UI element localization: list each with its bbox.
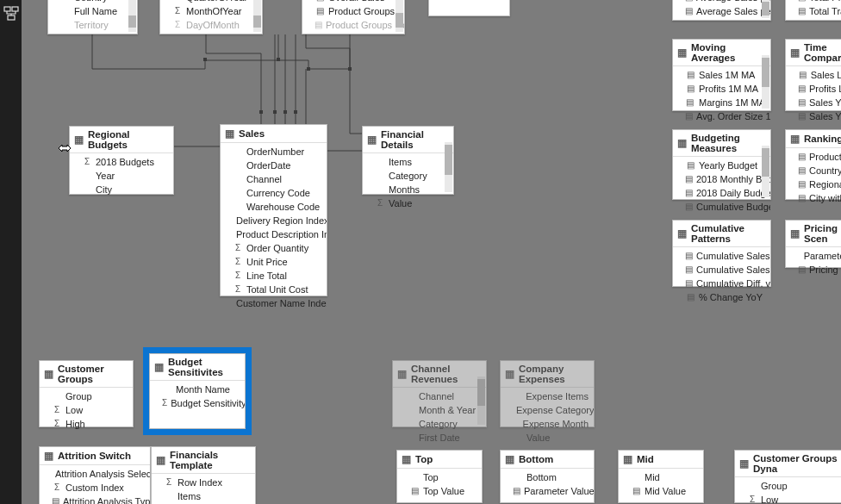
table-header[interactable]: ▦Moving Averages — [673, 40, 770, 66]
field[interactable]: Month & Year — [393, 403, 486, 417]
field[interactable]: Channel — [221, 172, 327, 186]
field[interactable]: Channel — [393, 389, 486, 403]
field[interactable]: ▤Avg. Order Size 1M M — [673, 109, 770, 123]
table-mid[interactable]: ▦Mid Mid ▤Mid Value — [618, 450, 704, 503]
table-header[interactable]: ▦Bottom — [501, 451, 594, 469]
table-header[interactable]: ▦Cumulative Patterns — [673, 221, 770, 247]
field[interactable]: Value — [501, 431, 594, 445]
table-top[interactable]: ▦Top Top ▤Top Value — [396, 450, 483, 503]
table-header[interactable]: ▦Mid — [619, 451, 703, 469]
table-header[interactable]: ▦Customer Groups — [40, 361, 133, 388]
table-header[interactable]: ▦Sales — [221, 125, 327, 143]
table-header[interactable]: ▦Ranking — [786, 130, 841, 148]
field[interactable]: ▤Mid Value — [619, 484, 703, 498]
field[interactable]: ΣCustom Index — [40, 481, 150, 495]
table-sales[interactable]: ▦Sales OrderNumber OrderDate Channel Cur… — [220, 124, 327, 296]
field[interactable]: ▤Attrition Analysis Type — [40, 495, 150, 504]
field[interactable]: ▤Total Transa — [786, 4, 841, 18]
scrollbar[interactable] — [396, 0, 403, 32]
table-financial-details[interactable]: ▦Financial Details Items Category Months… — [362, 126, 454, 195]
table-header[interactable]: ▦Customer Groups Dyna — [735, 451, 841, 477]
field[interactable]: ▤% Change YoY — [673, 290, 770, 304]
table-budget-sensitivities[interactable]: ▦Budget Sensitivites Month Name ΣBudget … — [149, 353, 246, 429]
field[interactable]: Expense Month — [501, 417, 594, 431]
field[interactable]: ▤Cumulative Sales — [673, 249, 770, 263]
field[interactable]: ▤Sales 1M MA — [673, 68, 770, 82]
field[interactable]: ΣTotal Unit Cost — [221, 283, 327, 296]
scrollbar[interactable] — [445, 142, 452, 192]
field[interactable]: ΣUnit Price — [221, 255, 327, 269]
field[interactable]: ▤Cumulative Budgets — [673, 200, 770, 214]
field[interactable]: ΣDayOfMonth — [160, 18, 262, 32]
field[interactable]: ▤Product Sal — [786, 150, 841, 164]
field[interactable]: Group — [735, 479, 841, 493]
field[interactable]: ▤2018 Daily Budgets — [673, 186, 770, 200]
table-header[interactable]: ▦Financials Template — [152, 447, 255, 474]
table-ranking[interactable]: ▦Ranking ▤Product Sal ▤Country Sal ▤Regi… — [785, 129, 841, 200]
field[interactable]: Attrition Analysis Select — [40, 467, 150, 481]
field[interactable]: City — [70, 183, 173, 196]
field[interactable]: OrderDate — [221, 159, 327, 172]
scrollbar[interactable] — [762, 0, 769, 18]
table-products[interactable]: ▤Overall Sales ▤Product Groups ▤Product … — [302, 0, 405, 34]
table-header[interactable]: ▦Pricing Scen — [786, 221, 841, 247]
field[interactable]: ▤Sales Year to — [786, 109, 841, 123]
field[interactable]: ΣLow — [735, 493, 841, 504]
field[interactable]: ▤Regional Sa — [786, 177, 841, 191]
field[interactable]: ΣLine Total — [221, 269, 327, 283]
field[interactable]: Product Description Index — [221, 227, 327, 241]
field[interactable]: Category — [363, 169, 453, 183]
table-header[interactable]: ▦Attrition Switch — [40, 447, 150, 465]
field[interactable]: ▤Sales Year to — [786, 96, 841, 109]
table-pricing-scenarios[interactable]: ▦Pricing Scen Parameter ▤Pricing Sce — [785, 220, 841, 268]
field[interactable]: Expense Items — [501, 389, 594, 403]
field[interactable]: Items — [152, 489, 255, 503]
field[interactable]: ▤Cumulative Diff. vs LY — [673, 277, 770, 290]
table-bottom[interactable]: ▦Bottom Bottom ▤Parameter Value — [500, 450, 595, 503]
table-budgeting-measures[interactable]: ▦Budgeting Measures ▤Yearly Budget ▤2018… — [672, 129, 771, 200]
scrollbar[interactable] — [128, 0, 136, 32]
field[interactable]: ▤Country Sal — [786, 164, 841, 177]
field[interactable]: ▤Pricing Sce — [786, 263, 841, 277]
field[interactable]: Warehouse Code — [221, 200, 327, 214]
table-cumulative-patterns[interactable]: ▦Cumulative Patterns ▤Cumulative Sales ▤… — [672, 220, 771, 287]
field[interactable]: Full Name — [48, 4, 137, 18]
field[interactable]: OrderNumber — [221, 145, 327, 159]
table-header[interactable]: ▦Top — [397, 451, 482, 469]
field[interactable]: ΣValue — [363, 196, 453, 210]
field[interactable]: Months — [363, 183, 453, 196]
table-financials-template[interactable]: ▦Financials Template ΣRow Index Items Su… — [151, 446, 256, 504]
field[interactable]: Bottom — [501, 470, 594, 484]
table-attrition-switch[interactable]: ▦Attrition Switch Attrition Analysis Sel… — [39, 446, 151, 504]
table-totals[interactable]: ▤Total Profits ▤Total Transa — [785, 0, 841, 21]
field[interactable]: Customer Name Index — [221, 296, 327, 310]
scrollbar[interactable] — [477, 376, 485, 425]
table-channel-revenues[interactable]: ▦Channel Revenues Channel Month & Year C… — [392, 360, 487, 427]
field[interactable]: ▤Profits LY — [786, 82, 841, 96]
field[interactable]: ΣLow — [40, 403, 133, 417]
field[interactable]: Top — [397, 470, 482, 484]
scrollbar[interactable] — [762, 146, 769, 197]
field[interactable]: Currency Code — [221, 186, 327, 200]
field[interactable]: Delivery Region Index — [221, 214, 327, 227]
field[interactable]: ΣRow Index — [152, 476, 255, 489]
table-regional-budgets[interactable]: ▦Regional Budgets Σ2018 Budgets Year Cit… — [69, 126, 174, 195]
table-avg-sales[interactable]: ▤Average Sales per M ▤Average Sales per … — [672, 0, 771, 21]
field[interactable]: ▤Profits 1M MA — [673, 82, 770, 96]
field[interactable]: Group — [40, 389, 133, 403]
table-header[interactable]: ▦Time Compar — [786, 40, 841, 66]
field[interactable]: ▤Average Sales per Cu — [673, 4, 770, 18]
field[interactable]: ▤Top Value — [397, 484, 482, 498]
field[interactable]: ΣMonthOfYear — [160, 4, 262, 18]
field[interactable]: ▤Product Groups — [302, 4, 404, 18]
field[interactable]: ΣOrder Quantity — [221, 241, 327, 255]
field[interactable]: Parameter — [786, 249, 841, 263]
table-header[interactable]: ▦Channel Revenues — [393, 361, 486, 388]
field[interactable]: ΣHigh — [40, 417, 133, 431]
table-header[interactable]: ▦Financial Details — [363, 127, 453, 153]
field[interactable]: ▤Sales LY — [786, 68, 841, 82]
scrollbar[interactable] — [253, 0, 261, 32]
field[interactable]: ▤Product Groups Ind — [302, 18, 404, 32]
field[interactable]: ▤2018 Monthly Budge — [673, 172, 770, 186]
field[interactable]: ▤Parameter Value — [501, 484, 594, 498]
